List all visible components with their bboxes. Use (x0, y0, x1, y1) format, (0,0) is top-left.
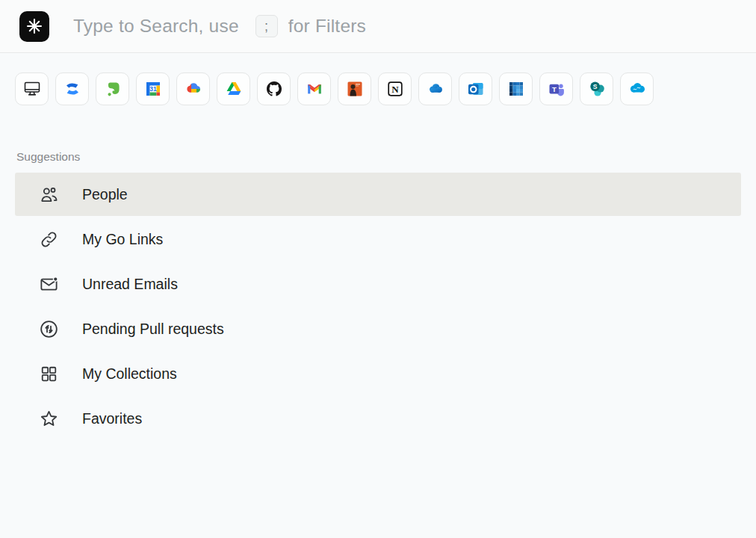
app-icon-desktop[interactable] (15, 72, 49, 105)
link-icon (39, 229, 59, 250)
search-bar[interactable]: Type to Search, use ; for Filters (0, 0, 756, 53)
app-icon-microsoft-teams[interactable]: T (539, 72, 573, 105)
app-icon-github[interactable] (257, 72, 291, 105)
app-icon-salesforce[interactable] (620, 72, 654, 105)
suggestions-list: People My Go Links (0, 173, 756, 440)
semicolon-keycap: ; (255, 15, 278, 37)
app-icon-google-drive[interactable] (217, 72, 250, 105)
search-placeholder-prefix: Type to Search, use (73, 16, 239, 37)
glean-asterisk-icon (19, 11, 49, 42)
star-icon (39, 409, 59, 429)
app-icon-gmail[interactable] (297, 72, 331, 105)
svg-text:T: T (551, 85, 556, 93)
app-icon-outlook[interactable] (459, 72, 492, 105)
suggestion-label: My Go Links (82, 231, 163, 248)
app-icon-custom-orange-photo[interactable] (338, 72, 371, 105)
app-icon-google-cloud[interactable] (176, 72, 210, 105)
suggestions-heading: Suggestions (16, 150, 756, 164)
suggestion-item-people[interactable]: People (15, 173, 741, 216)
suggestion-item-favorites[interactable]: Favorites (15, 397, 741, 440)
app-icon-sharepoint[interactable]: S (580, 72, 613, 105)
search-placeholder-suffix: for Filters (288, 16, 366, 37)
suggestion-label: People (82, 186, 128, 203)
svg-text:N: N (391, 84, 399, 95)
search-input[interactable]: Type to Search, use ; for Filters (73, 15, 366, 37)
suggestion-item-pending-pull-requests[interactable]: Pending Pull requests (15, 307, 741, 350)
app-icon-evernote[interactable] (96, 72, 129, 105)
app-filter-row: 31 (0, 72, 756, 105)
search-launcher-window: Type to Search, use ; for Filters (0, 0, 756, 538)
suggestion-label: Unread Emails (82, 276, 178, 293)
app-icon-onedrive[interactable] (418, 72, 452, 105)
suggestion-label: Favorites (82, 410, 142, 427)
app-icon-notion[interactable]: N (378, 72, 412, 105)
suggestion-item-my-collections[interactable]: My Collections (15, 352, 741, 395)
pull-request-icon (39, 319, 59, 339)
suggestion-label: Pending Pull requests (82, 321, 224, 338)
collections-grid-icon (39, 364, 59, 384)
unread-email-icon (39, 274, 59, 294)
people-icon (39, 185, 59, 205)
suggestion-item-unread-emails[interactable]: Unread Emails (15, 262, 741, 306)
app-icon-confluence[interactable] (55, 72, 89, 105)
suggestion-item-my-go-links[interactable]: My Go Links (15, 217, 741, 261)
svg-text:31: 31 (149, 85, 157, 93)
app-icon-blue-mosaic[interactable] (499, 72, 533, 105)
svg-text:S: S (592, 83, 597, 90)
suggestion-label: My Collections (82, 365, 177, 383)
app-icon-google-calendar[interactable]: 31 (136, 72, 170, 105)
